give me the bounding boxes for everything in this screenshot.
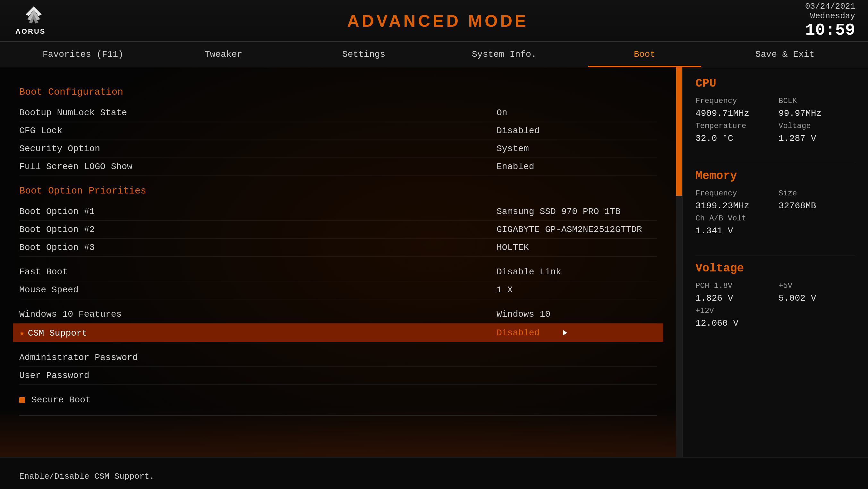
setting-label-mouse-speed: Mouse Speed bbox=[19, 285, 497, 295]
setting-row-boot3[interactable]: Boot Option #3 HOLTEK bbox=[19, 239, 657, 257]
secure-boot-label: Secure Boot bbox=[31, 395, 91, 405]
nav-item-sysinfo[interactable]: System Info. bbox=[434, 43, 575, 66]
scrollbar-thumb[interactable] bbox=[676, 67, 682, 196]
setting-label-csm: ★CSM Support bbox=[19, 327, 497, 338]
svg-text:AORUS: AORUS bbox=[16, 27, 45, 35]
secure-boot-row[interactable]: Secure Boot bbox=[19, 391, 657, 409]
mouse-cursor-icon bbox=[563, 330, 567, 335]
setting-label-fast-boot: Fast Boot bbox=[19, 267, 497, 277]
setting-value-logo-show: Enabled bbox=[497, 162, 657, 172]
setting-label-boot2: Boot Option #2 bbox=[19, 224, 497, 235]
setting-label-win10: Windows 10 Features bbox=[19, 309, 497, 319]
date-display: 03/24/2021 Wednesday bbox=[805, 2, 855, 21]
setting-label-boot3: Boot Option #3 bbox=[19, 243, 497, 252]
description-text: Enable/Disable CSM Support. bbox=[19, 472, 154, 481]
nav-item-save-exit[interactable]: Save & Exit bbox=[715, 43, 855, 66]
setting-label-boot1: Boot Option #1 bbox=[19, 207, 497, 217]
setting-row-numlock[interactable]: Bootup NumLock State On bbox=[19, 104, 657, 122]
boot-priorities-header: Boot Option Priorities bbox=[19, 185, 657, 196]
settings-panel: Boot Configuration Bootup NumLock State … bbox=[0, 67, 676, 457]
mem-size-value: 32768MB bbox=[778, 201, 855, 211]
cpu-title: CPU bbox=[695, 77, 855, 90]
voltage-title: Voltage bbox=[695, 262, 855, 275]
nav-item-tweaker[interactable]: Tweaker bbox=[153, 43, 294, 66]
pch-label: PCH 1.8V bbox=[695, 281, 772, 290]
setting-row-cfglock[interactable]: CFG Lock Disabled bbox=[19, 122, 657, 140]
navbar: Favorites (F11) Tweaker Settings System … bbox=[0, 42, 868, 67]
setting-row-mouse-speed[interactable]: Mouse Speed 1 X bbox=[19, 281, 657, 299]
setting-value-boot1: Samsung SSD 970 PRO 1TB bbox=[497, 207, 657, 217]
setting-row-fast-boot[interactable]: Fast Boot Disable Link bbox=[19, 263, 657, 281]
pch-value: 1.826 V bbox=[695, 293, 772, 303]
cpu-bclk-value: 99.97MHz bbox=[778, 109, 855, 118]
cpu-bclk-label: BCLK bbox=[778, 97, 855, 105]
main-layout: Boot Configuration Bootup NumLock State … bbox=[0, 67, 868, 457]
setting-value-cfglock: Disabled bbox=[497, 126, 657, 136]
setting-value-csm: Disabled bbox=[497, 328, 657, 338]
setting-row-csm[interactable]: ★CSM Support Disabled bbox=[13, 324, 663, 342]
cpu-voltage-value: 1.287 V bbox=[778, 133, 855, 144]
setting-label-logo-show: Full Screen LOGO Show bbox=[19, 162, 497, 172]
title-area: ADVANCED MODE bbox=[70, 11, 805, 30]
setting-row-admin-pw[interactable]: Administrator Password bbox=[19, 349, 657, 367]
plus12v-label: +12V bbox=[695, 306, 855, 315]
page-title: ADVANCED MODE bbox=[70, 11, 805, 30]
mem-size-label: Size bbox=[778, 189, 855, 197]
memory-section: Memory Frequency Size 3199.23MHz 32768MB… bbox=[695, 170, 855, 236]
nav-item-settings[interactable]: Settings bbox=[293, 43, 434, 66]
datetime-area: 03/24/2021 Wednesday 10:59 bbox=[805, 2, 855, 40]
mem-ch-volt-value: 1.341 V bbox=[695, 226, 855, 236]
setting-row-boot2[interactable]: Boot Option #2 GIGABYTE GP-ASM2NE2512GTT… bbox=[19, 221, 657, 239]
aorus-logo: AORUS bbox=[13, 5, 55, 37]
cpu-temp-value: 32.0 °C bbox=[695, 133, 772, 144]
setting-value-boot2: GIGABYTE GP-ASM2NE2512GTTDR bbox=[497, 224, 657, 235]
description-box: Enable/Disable CSM Support. bbox=[0, 457, 868, 489]
cpu-section: CPU Frequency BCLK 4909.71MHz 99.97MHz T… bbox=[695, 77, 855, 144]
separator bbox=[19, 415, 657, 416]
setting-row-boot1[interactable]: Boot Option #1 Samsung SSD 970 PRO 1TB bbox=[19, 203, 657, 221]
plus5v-label: +5V bbox=[778, 281, 855, 290]
setting-row-logo-show[interactable]: Full Screen LOGO Show Enabled bbox=[19, 158, 657, 176]
mem-freq-label: Frequency bbox=[695, 189, 772, 197]
setting-label-cfglock: CFG Lock bbox=[19, 126, 497, 136]
setting-label-admin-pw: Administrator Password bbox=[19, 353, 497, 363]
setting-row-win10[interactable]: Windows 10 Features Windows 10 bbox=[19, 305, 657, 324]
logo-area: AORUS bbox=[13, 5, 70, 37]
time-display: 10:59 bbox=[805, 21, 855, 40]
setting-row-user-pw[interactable]: User Password bbox=[19, 367, 657, 385]
mem-freq-value: 3199.23MHz bbox=[695, 201, 772, 211]
setting-row-security-option[interactable]: Security Option System bbox=[19, 140, 657, 158]
nav-item-favorites[interactable]: Favorites (F11) bbox=[13, 43, 153, 66]
plus5v-value: 5.002 V bbox=[778, 293, 855, 303]
plus12v-value: 12.060 V bbox=[695, 318, 855, 328]
scrollbar-track[interactable] bbox=[676, 67, 682, 457]
cpu-temp-label: Temperature bbox=[695, 122, 772, 130]
setting-label-numlock: Bootup NumLock State bbox=[19, 108, 497, 118]
cpu-voltage-label: Voltage bbox=[778, 122, 855, 130]
csm-star-icon: ★ bbox=[19, 328, 25, 338]
setting-value-security-option: System bbox=[497, 144, 657, 154]
setting-value-numlock: On bbox=[497, 108, 657, 118]
memory-title: Memory bbox=[695, 170, 855, 183]
secure-boot-indicator bbox=[19, 397, 25, 403]
setting-label-user-pw: User Password bbox=[19, 371, 497, 380]
right-panel: CPU Frequency BCLK 4909.71MHz 99.97MHz T… bbox=[682, 67, 868, 457]
boot-config-header: Boot Configuration bbox=[19, 87, 657, 97]
cpu-mem-divider bbox=[695, 163, 855, 163]
cpu-freq-label: Frequency bbox=[695, 97, 772, 105]
voltage-section: Voltage PCH 1.8V +5V 1.826 V 5.002 V +12… bbox=[695, 262, 855, 328]
cpu-freq-value: 4909.71MHz bbox=[695, 109, 772, 118]
setting-value-win10: Windows 10 bbox=[497, 309, 657, 319]
mem-ch-volt-label: Ch A/B Volt bbox=[695, 214, 855, 223]
setting-value-mouse-speed: 1 X bbox=[497, 285, 657, 295]
nav-item-boot[interactable]: Boot bbox=[575, 43, 715, 66]
mem-volt-divider bbox=[695, 255, 855, 255]
setting-value-boot3: HOLTEK bbox=[497, 243, 657, 252]
setting-label-security-option: Security Option bbox=[19, 144, 497, 154]
header: AORUS ADVANCED MODE 03/24/2021 Wednesday… bbox=[0, 0, 868, 42]
setting-value-fast-boot: Disable Link bbox=[497, 267, 657, 277]
